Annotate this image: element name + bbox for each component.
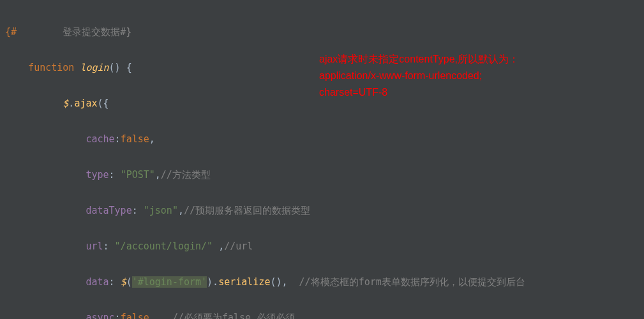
space (213, 241, 218, 252)
comment: //预期服务器返回的数据类型 (184, 205, 310, 216)
colon: : (103, 241, 115, 252)
value-false: false (121, 133, 149, 145)
string-json: "json" (144, 205, 178, 216)
method-ajax: ajax (74, 98, 97, 109)
brace: { (103, 98, 109, 109)
code-editor[interactable]: {# 登录提交数据#} function login() { $.ajax({ … (0, 0, 644, 319)
comment: //方法类型 (161, 169, 211, 181)
template-comment: 登录提交数据#} (63, 26, 131, 38)
annotation-line-3: charset=UTF-8 (319, 84, 519, 101)
parens: () (109, 62, 121, 73)
comma: , (155, 169, 161, 181)
paren-dot: ). (207, 276, 218, 288)
string-selector: '#login-form' (132, 276, 207, 288)
colon: : (115, 133, 121, 145)
paren: ( (126, 276, 132, 288)
prop-datatype: dataType (86, 205, 131, 216)
prop-type: type (86, 169, 109, 181)
code-line: async:false, //必须要为false,必须必须 (5, 309, 644, 319)
comma: , (178, 205, 184, 216)
jquery-symbol: $ (63, 98, 68, 109)
colon: : (132, 205, 144, 216)
method-serialize: serialize (218, 276, 270, 288)
brace: { (126, 62, 132, 73)
comment: //必须要为false,必须必须 (172, 312, 295, 319)
code-line: data: $('#login-form').serialize(), //将模… (5, 273, 644, 291)
code-line: {# 登录提交数据#} (5, 23, 644, 41)
comment: //url (224, 241, 253, 252)
comma: , (149, 133, 155, 145)
colon: : (115, 312, 121, 319)
function-name: login (80, 62, 109, 73)
parens-comma: (), (270, 276, 287, 288)
prop-url: url (86, 241, 103, 252)
prop-cache: cache (86, 133, 114, 145)
comment: //将模态框的form表单数据序列化，以便提交到后台 (299, 276, 525, 288)
colon: : (109, 276, 121, 288)
annotation-line-2: application/x-www-form-urlencoded; (319, 68, 519, 84)
keyword-function: function (28, 62, 74, 73)
value-false: false (121, 312, 149, 319)
prop-data: data (86, 276, 109, 288)
code-line: type: "POST",//方法类型 (5, 166, 644, 184)
string-post: "POST" (121, 169, 155, 181)
annotation-overlay: ajax请求时未指定contentType,所以默认为： application… (319, 51, 519, 101)
code-line: url: "/account/login/" ,//url (5, 237, 644, 255)
jquery-symbol: $ (121, 276, 126, 288)
colon: : (109, 169, 121, 181)
string-url: "/account/login/" (115, 241, 213, 252)
paren: ( (98, 98, 103, 109)
template-open: {# (5, 26, 17, 38)
comma: , (149, 312, 155, 319)
code-line: cache:false, (5, 130, 644, 148)
annotation-line-1: ajax请求时未指定contentType,所以默认为： (319, 51, 519, 68)
code-line: dataType: "json",//预期服务器返回的数据类型 (5, 202, 644, 219)
comma: , (218, 241, 224, 252)
prop-async: async (86, 312, 114, 319)
